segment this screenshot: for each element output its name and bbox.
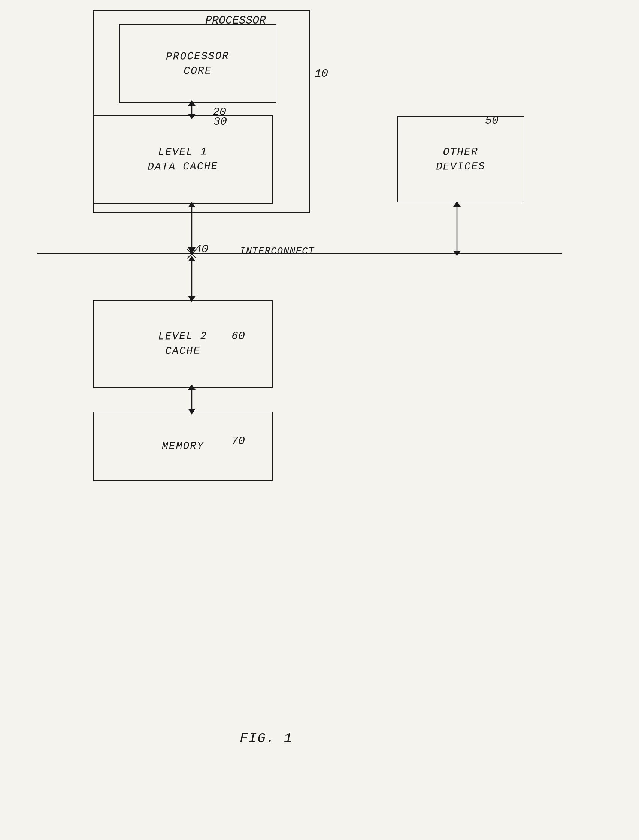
processor-core-label: PROCESSORCORE: [166, 49, 230, 79]
svg-marker-14: [188, 256, 196, 261]
ref-40: 40: [195, 243, 208, 256]
other-devices-box: OTHERDEVICES: [397, 116, 525, 202]
ref-10: 10: [315, 67, 328, 80]
svg-marker-11: [453, 251, 461, 256]
level2-cache-box: LEVEL 2CACHE: [93, 300, 273, 388]
level1-cache-label: LEVEL 1DATA CACHE: [148, 144, 218, 174]
diagram-container: PROCESSOR PROCESSORCORE 10 20 LEVEL 1DAT…: [0, 0, 639, 840]
level2-cache-label: LEVEL 2CACHE: [158, 329, 208, 359]
level1-cache-box: LEVEL 1DATA CACHE: [93, 115, 273, 204]
memory-box: MEMORY: [93, 411, 273, 481]
svg-marker-4: [188, 247, 196, 254]
ref-60: 60: [232, 330, 245, 343]
ref-30: 30: [213, 115, 227, 128]
other-devices-label: OTHERDEVICES: [436, 144, 485, 174]
figure-label: FIG. 1: [240, 731, 293, 746]
ref-70: 70: [232, 435, 245, 448]
processor-core-box: PROCESSORCORE: [119, 24, 277, 103]
interconnect-label: INTERCONNECT: [240, 245, 314, 257]
memory-label: MEMORY: [161, 438, 204, 454]
ref-50: 50: [485, 114, 499, 127]
